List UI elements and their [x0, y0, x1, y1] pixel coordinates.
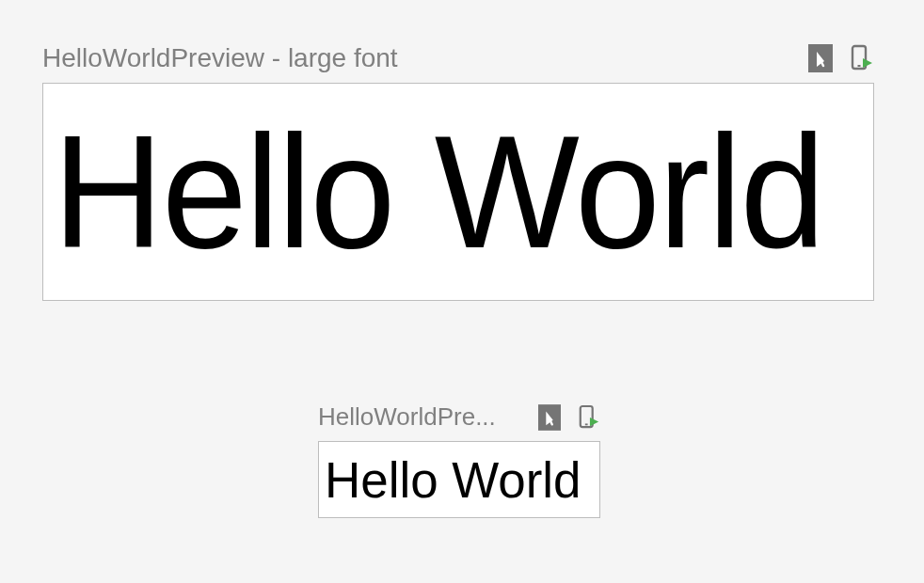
svg-rect-2 [858, 65, 861, 67]
interactive-mode-icon[interactable] [538, 404, 561, 431]
preview-actions-large [808, 44, 874, 72]
preview-surface-large[interactable]: Hello World [42, 83, 874, 301]
preview-title-small: HelloWorldPre... [318, 402, 496, 432]
deploy-preview-icon[interactable] [850, 44, 874, 72]
preview-actions-small [538, 404, 600, 431]
preview-group-small: HelloWorldPre... [318, 402, 600, 518]
svg-rect-5 [585, 423, 588, 425]
hello-world-text-small: Hello World [325, 454, 581, 505]
preview-canvas: HelloWorldPreview - large font [0, 0, 924, 583]
hello-world-text-large: Hello World [53, 112, 823, 272]
preview-header-small: HelloWorldPre... [318, 402, 600, 432]
interactive-mode-icon[interactable] [808, 44, 833, 72]
preview-header-large: HelloWorldPreview - large font [42, 43, 874, 73]
preview-surface-small[interactable]: Hello World [318, 441, 600, 518]
deploy-preview-icon[interactable] [578, 404, 600, 431]
preview-title-large: HelloWorldPreview - large font [42, 43, 398, 73]
preview-group-large: HelloWorldPreview - large font [42, 43, 874, 301]
